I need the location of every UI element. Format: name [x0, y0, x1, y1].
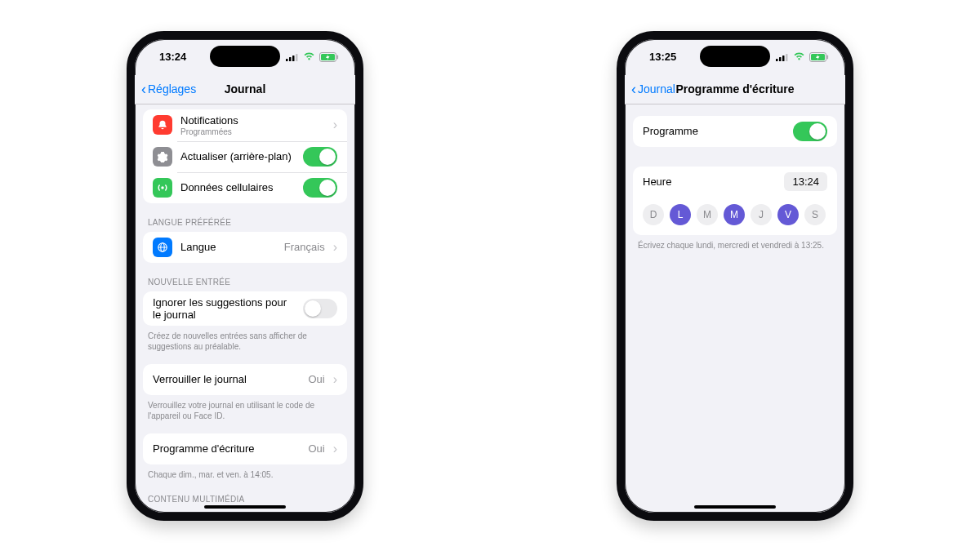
toggle-programme[interactable] [793, 122, 827, 141]
footer-days: Écrivez chaque lundi, mercredi et vendre… [625, 235, 845, 251]
antenna-icon [153, 178, 172, 198]
row-value: Oui [308, 442, 324, 455]
time-picker[interactable]: 13:24 [784, 172, 827, 191]
dynamic-island [700, 46, 770, 67]
row-title: Actualiser (arrière-plan) [180, 150, 295, 162]
section-header-media: CONTENU MULTIMÉDIA [135, 480, 355, 506]
row-title: Langue [180, 241, 276, 253]
phone-right: 13:25👤 ‹ Journal Programme d'écriture Pr… [617, 31, 853, 521]
section-header-language: LANGUE PRÉFÉRÉE [135, 203, 355, 232]
row-subtitle: Programmées [180, 127, 325, 136]
row-title: Programme [643, 125, 785, 137]
footer-skip-suggestions: Créez de nouvelles entrées sans afficher… [135, 326, 355, 353]
chevron-right-icon: › [333, 240, 337, 255]
day-button-2[interactable]: M [697, 204, 718, 225]
svg-rect-3 [296, 54, 298, 61]
battery-charging-icon [319, 52, 339, 62]
row-value: Français [284, 241, 325, 253]
row-cellular-data: Données cellulaires [143, 172, 347, 203]
row-notifications[interactable]: Notifications Programmées › [143, 109, 347, 141]
row-title: Programme d'écriture [153, 442, 300, 455]
chevron-left-icon: ‹ [141, 81, 146, 98]
row-programme: Programme [633, 116, 837, 147]
footer-schedule: Chaque dim., mar. et ven. à 14:05. [135, 464, 355, 481]
status-time: 13:25 [649, 51, 676, 63]
day-button-3[interactable]: M [724, 204, 745, 225]
row-language[interactable]: Langue Français › [143, 232, 347, 263]
row-heure: Heure 13:24 [633, 167, 837, 198]
footer-lock: Verrouillez votre journal en utilisant l… [135, 395, 355, 422]
nav-back-label: Journal [638, 82, 675, 96]
schedule-content[interactable]: Programme Heure 13:24 DLMMJVS Écrivez ch… [625, 104, 845, 506]
cellular-signal-icon [286, 53, 299, 61]
battery-charging-icon [809, 52, 829, 62]
row-title: Heure [643, 176, 776, 188]
home-indicator[interactable] [694, 505, 776, 509]
chevron-left-icon: ‹ [631, 81, 636, 98]
svg-rect-0 [286, 59, 288, 61]
toggle-background-refresh[interactable] [303, 147, 337, 167]
nav-title: Journal [225, 82, 266, 96]
section-header-new-entry: NOUVELLE ENTRÉE [135, 263, 355, 291]
status-time: 13:24 [159, 51, 186, 63]
row-title: Ignorer les suggestions pour le journal [153, 296, 295, 321]
svg-rect-10 [776, 59, 778, 61]
phone-left: 13:24👤 ‹ Réglages Journal [127, 31, 363, 521]
toggle-skip-suggestions[interactable] [303, 299, 337, 318]
svg-rect-11 [779, 57, 782, 61]
row-lock-journal[interactable]: Verrouiller le journal Oui › [143, 364, 347, 395]
nav-back-label: Réglages [148, 82, 196, 96]
day-button-4[interactable]: J [751, 204, 772, 225]
row-skip-suggestions: Ignorer les suggestions pour le journal [143, 291, 347, 326]
settings-content[interactable]: Notifications Programmées › Actualiser (… [135, 104, 355, 506]
globe-icon [153, 238, 172, 257]
row-title: Notifications [180, 114, 325, 127]
nav-bar: ‹ Réglages Journal [135, 75, 355, 104]
svg-rect-13 [786, 54, 788, 61]
row-value: Oui [308, 373, 324, 385]
home-indicator[interactable] [204, 505, 286, 509]
row-title: Verrouiller le journal [153, 373, 300, 385]
day-button-6[interactable]: S [804, 204, 826, 225]
day-button-5[interactable]: V [777, 204, 799, 225]
dynamic-island [210, 46, 280, 67]
svg-rect-16 [827, 55, 829, 59]
svg-rect-12 [782, 56, 785, 61]
wifi-icon [793, 52, 805, 61]
row-writing-schedule[interactable]: Programme d'écriture Oui › [143, 433, 347, 464]
bell-icon [153, 115, 172, 135]
chevron-right-icon: › [333, 372, 337, 387]
row-title: Données cellulaires [180, 181, 295, 193]
nav-back-button[interactable]: ‹ Journal [631, 81, 675, 98]
row-background-refresh: Actualiser (arrière-plan) [143, 141, 347, 172]
gear-icon [153, 147, 172, 167]
svg-rect-1 [289, 57, 292, 61]
cellular-signal-icon [776, 53, 789, 61]
day-button-0[interactable]: D [643, 204, 664, 225]
nav-back-button[interactable]: ‹ Réglages [141, 81, 196, 98]
svg-rect-2 [292, 56, 295, 61]
nav-title: Programme d'écriture [676, 82, 795, 96]
day-button-1[interactable]: L [670, 204, 691, 225]
svg-rect-6 [337, 55, 339, 59]
chevron-right-icon: › [333, 118, 337, 132]
toggle-cellular[interactable] [303, 178, 337, 198]
day-selector: DLMMJVS [633, 198, 837, 235]
wifi-icon [303, 52, 315, 61]
chevron-right-icon: › [333, 442, 337, 456]
nav-bar: ‹ Journal Programme d'écriture [625, 75, 845, 104]
